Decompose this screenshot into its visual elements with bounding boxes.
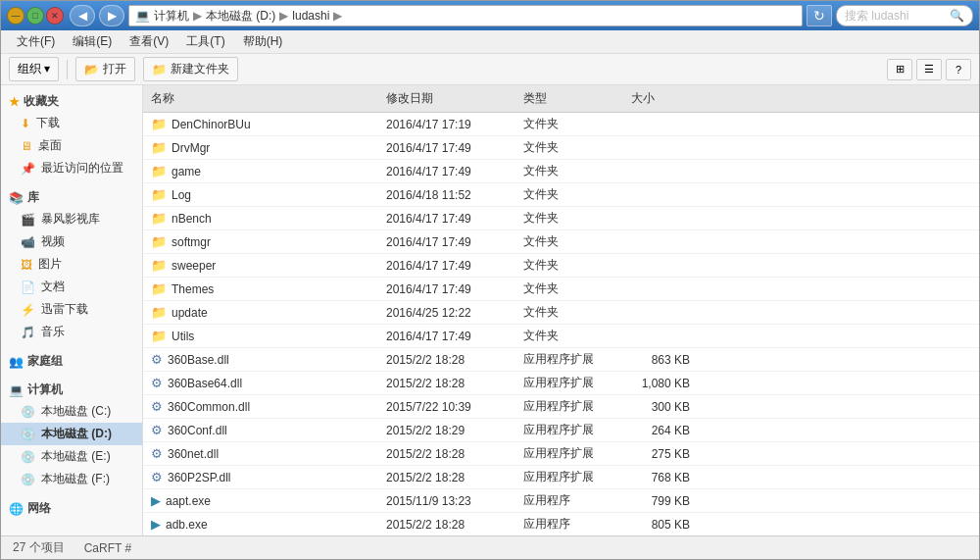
drive-c-label: 本地磁盘 (C:) <box>41 403 111 420</box>
address-folder: ludashi <box>292 9 329 23</box>
back-button[interactable]: ◀ <box>70 5 95 26</box>
view-button-1[interactable]: ⊞ <box>887 59 912 80</box>
computer-header[interactable]: 💻 计算机 <box>1 380 142 400</box>
col-name-header[interactable]: 名称 <box>143 88 378 109</box>
computer-icon: 💻 <box>9 383 24 397</box>
favorites-header[interactable]: ★ 收藏夹 <box>1 91 142 112</box>
sidebar-item-c[interactable]: 💿 本地磁盘 (C:) <box>1 400 142 423</box>
file-date: 2016/4/18 11:52 <box>378 187 515 203</box>
search-icon: 🔍 <box>950 9 964 23</box>
file-size <box>623 265 702 267</box>
table-row[interactable]: ⚙ 360Base64.dll 2015/2/2 18:28 应用程序扩展 1,… <box>143 372 979 395</box>
menu-edit[interactable]: 编辑(E) <box>65 31 120 52</box>
table-row[interactable]: 📁 sweeper 2016/4/17 17:49 文件夹 <box>143 254 979 278</box>
sidebar-item-music[interactable]: 🎵 音乐 <box>1 321 142 343</box>
docs-icon: 📄 <box>21 280 35 294</box>
table-row[interactable]: 📁 DenChinorBUu 2016/4/17 17:19 文件夹 <box>143 113 979 136</box>
sidebar-item-recent[interactable]: 📌 最近访问的位置 <box>1 157 142 179</box>
sidebar-item-stormvideo[interactable]: 🎬 暴风影视库 <box>1 208 142 230</box>
sidebar-item-desktop[interactable]: 🖥 桌面 <box>1 134 142 157</box>
menu-tools[interactable]: 工具(T) <box>178 31 232 52</box>
sidebar-item-docs[interactable]: 📄 文档 <box>1 276 142 298</box>
file-date: 2016/4/25 12:22 <box>378 305 515 321</box>
file-type: 文件夹 <box>515 185 623 204</box>
table-row[interactable]: 📁 DrvMgr 2016/4/17 17:49 文件夹 <box>143 136 979 160</box>
forward-button[interactable]: ▶ <box>99 5 124 26</box>
sidebar-item-f[interactable]: 💿 本地磁盘 (F:) <box>1 468 142 490</box>
menu-bar: 文件(F) 编辑(E) 查看(V) 工具(T) 帮助(H) <box>1 30 979 54</box>
file-size <box>623 194 702 196</box>
file-size: 768 KB <box>623 470 702 485</box>
file-icon: 📁 <box>151 234 167 249</box>
file-icon: ▶ <box>151 493 161 508</box>
table-row[interactable]: ⚙ 360Common.dll 2015/7/22 10:39 应用程序扩展 3… <box>143 395 979 419</box>
file-date: 2016/4/17 17:49 <box>378 281 515 297</box>
sidebar-item-d[interactable]: 💿 本地磁盘 (D:) <box>1 423 142 445</box>
table-row[interactable]: 📁 softmgr 2016/4/17 17:49 文件夹 <box>143 230 979 254</box>
col-size-header[interactable]: 大小 <box>623 88 702 109</box>
file-type: 文件夹 <box>515 138 623 157</box>
file-date: 2016/4/17 17:49 <box>378 140 515 156</box>
file-size: 799 KB <box>623 493 702 509</box>
menu-file[interactable]: 文件(F) <box>9 31 63 52</box>
open-button[interactable]: 📂 打开 <box>75 57 135 81</box>
col-type-header[interactable]: 类型 <box>515 88 623 109</box>
maximize-button[interactable]: □ <box>26 7 44 25</box>
table-row[interactable]: ⚙ 360net.dll 2015/2/2 18:28 应用程序扩展 275 K… <box>143 442 979 466</box>
pictures-label: 图片 <box>38 256 62 273</box>
file-icon: ⚙ <box>151 446 163 461</box>
view-button-3[interactable]: ? <box>946 59 971 80</box>
library-header[interactable]: 📚 库 <box>1 187 142 208</box>
thunder-label: 迅雷下载 <box>41 301 88 318</box>
file-icon: ▶ <box>151 517 161 532</box>
file-type: 文件夹 <box>515 327 623 345</box>
table-row[interactable]: ⚙ 360Conf.dll 2015/2/2 18:29 应用程序扩展 264 … <box>143 419 979 442</box>
table-row[interactable]: 📁 Log 2016/4/18 11:52 文件夹 <box>143 183 979 207</box>
computer-icon: 💻 <box>135 9 150 23</box>
desktop-label: 桌面 <box>38 137 62 154</box>
menu-view[interactable]: 查看(V) <box>122 31 176 52</box>
file-type: 文件夹 <box>515 280 623 298</box>
table-row[interactable]: ⚙ 360Base.dll 2015/2/2 18:28 应用程序扩展 863 … <box>143 348 979 372</box>
sidebar-item-pictures[interactable]: 🖼 图片 <box>1 253 142 276</box>
file-name: aapt.exe <box>166 494 211 508</box>
toolbar: 组织 ▾ 📂 打开 📁 新建文件夹 ⊞ ☰ ? <box>1 54 979 85</box>
col-date-header[interactable]: 修改日期 <box>378 88 515 109</box>
sidebar-item-download[interactable]: ⬇ 下载 <box>1 112 142 134</box>
library-label: 库 <box>27 189 39 206</box>
table-row[interactable]: ▶ adb.exe 2015/2/2 18:28 应用程序 805 KB <box>143 513 979 535</box>
table-row[interactable]: 📁 Utils 2016/4/17 17:49 文件夹 <box>143 325 979 348</box>
file-icon: ⚙ <box>151 352 163 367</box>
table-row[interactable]: 📁 game 2016/4/17 17:49 文件夹 <box>143 160 979 183</box>
sidebar-item-thunder[interactable]: ⚡ 迅雷下载 <box>1 298 142 321</box>
file-list: 名称 修改日期 类型 大小 📁 DenChinorBUu 2016/4/17 1… <box>143 85 979 535</box>
refresh-button[interactable]: ↻ <box>807 5 832 26</box>
file-name: softmgr <box>172 235 211 249</box>
close-button[interactable]: ✕ <box>46 7 64 25</box>
file-size <box>623 241 702 243</box>
table-row[interactable]: 📁 update 2016/4/25 12:22 文件夹 <box>143 301 979 325</box>
view-button-2[interactable]: ☰ <box>916 59 942 80</box>
search-bar[interactable]: 搜索 ludashi 🔍 <box>836 5 973 26</box>
table-row[interactable]: 📁 Themes 2016/4/17 17:49 文件夹 <box>143 278 979 301</box>
organize-button[interactable]: 组织 ▾ <box>9 57 59 81</box>
drive-c-icon: 💿 <box>21 405 35 419</box>
file-list-header: 名称 修改日期 类型 大小 <box>143 85 979 113</box>
table-row[interactable]: ⚙ 360P2SP.dll 2015/2/2 18:28 应用程序扩展 768 … <box>143 466 979 489</box>
minimize-button[interactable]: — <box>7 7 24 25</box>
address-bar[interactable]: 💻 计算机 ▶ 本地磁盘 (D:) ▶ ludashi ▶ <box>128 5 803 26</box>
table-row[interactable]: ▶ aapt.exe 2015/11/9 13:23 应用程序 799 KB <box>143 489 979 513</box>
file-name: Themes <box>172 282 214 296</box>
sidebar-item-video[interactable]: 📹 视频 <box>1 230 142 253</box>
network-header[interactable]: 🌐 网络 <box>1 498 142 519</box>
window-controls: — □ ✕ <box>7 7 64 25</box>
table-row[interactable]: 📁 nBench 2016/4/17 17:49 文件夹 <box>143 207 979 230</box>
homegroup-header[interactable]: 👥 家庭组 <box>1 351 142 372</box>
sidebar-item-e[interactable]: 💿 本地磁盘 (E:) <box>1 445 142 468</box>
file-date: 2015/2/2 18:29 <box>378 423 515 438</box>
drive-f-label: 本地磁盘 (F:) <box>41 471 110 487</box>
toolbar-separator <box>67 60 68 79</box>
new-folder-button[interactable]: 📁 新建文件夹 <box>143 57 238 81</box>
favorites-section: ★ 收藏夹 ⬇ 下载 🖥 桌面 📌 最近访问的位置 <box>1 91 142 179</box>
menu-help[interactable]: 帮助(H) <box>235 31 291 52</box>
